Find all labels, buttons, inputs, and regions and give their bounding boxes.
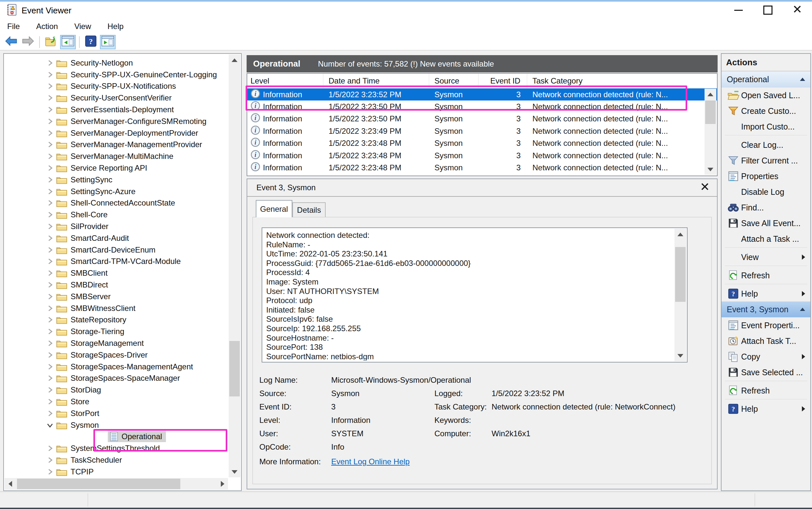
tree-item-storagespaces-spacemanager[interactable]: StorageSpaces-SpaceManager (4, 373, 228, 384)
chevron-right-icon[interactable] (46, 328, 56, 335)
message-scroll-up-icon[interactable] (675, 229, 686, 240)
list-scroll-up-icon[interactable] (705, 89, 716, 100)
tree-item-storagespaces-driver[interactable]: StorageSpaces-Driver (4, 349, 228, 361)
tree-item-smbclient[interactable]: SMBClient (4, 267, 228, 279)
action-refresh[interactable]: Refresh (721, 383, 810, 398)
export-log-button[interactable] (43, 35, 59, 49)
collapse-icon[interactable] (800, 78, 805, 81)
forward-arrow-button[interactable] (20, 35, 36, 49)
column-header-eventid[interactable]: Event ID (478, 74, 527, 88)
event-message-box[interactable]: Network connection detected:RuleName: -U… (262, 228, 688, 363)
tree-item-storage-tiering[interactable]: Storage-Tiering (4, 326, 228, 337)
tree-item-settingsync[interactable]: SettingSync (4, 174, 228, 185)
collapse-icon[interactable] (800, 308, 805, 311)
tree-hscrollbar-thumb[interactable] (17, 479, 180, 489)
event-row[interactable]: iInformation1/5/2022 3:23:49 PMSysmon3Ne… (247, 125, 717, 137)
chevron-right-icon[interactable] (46, 130, 56, 137)
toggle-action-pane-button[interactable] (100, 35, 116, 49)
tree-item-serveressentials-deployment[interactable]: ServerEssentials-Deployment (4, 104, 228, 115)
event-row[interactable]: iInformation1/5/2022 3:23:48 PMSysmon3Ne… (247, 149, 717, 162)
column-header-source[interactable]: Source (429, 74, 478, 88)
menu-view[interactable]: View (74, 22, 91, 31)
tree-scroll-right-icon[interactable] (217, 478, 228, 490)
tab-general[interactable]: General (256, 200, 292, 217)
chevron-right-icon[interactable] (46, 82, 56, 90)
chevron-right-icon[interactable] (46, 176, 56, 183)
chevron-right-icon[interactable] (46, 305, 56, 312)
toggle-console-tree-button[interactable] (60, 35, 76, 49)
tree-item-settingsync-azure[interactable]: SettingSync-Azure (4, 185, 228, 197)
tree-item-stordiag[interactable]: StorDiag (4, 384, 228, 396)
action-save-selected-[interactable]: Save Selected ... (721, 365, 810, 380)
chevron-right-icon[interactable] (46, 246, 56, 253)
event-row[interactable]: iInformation1/5/2022 3:23:50 PMSysmon3Ne… (247, 113, 717, 125)
action-open-saved-l-[interactable]: Open Saved L... (721, 88, 810, 103)
action-find-[interactable]: Find... (721, 200, 810, 215)
action-attach-a-task-[interactable]: Attach a Task ... (721, 231, 810, 247)
tree-item-security-userconsentverifier[interactable]: Security-UserConsentVerifier (4, 92, 228, 104)
tree-item-smbdirect[interactable]: SMBDirect (4, 279, 228, 291)
chevron-right-icon[interactable] (46, 141, 56, 148)
chevron-right-icon[interactable] (46, 398, 56, 405)
tree-item-sysmon[interactable]: Sysmon (4, 419, 228, 431)
menu-help[interactable]: Help (107, 22, 123, 31)
chevron-right-icon[interactable] (46, 363, 56, 370)
close-button[interactable] (783, 2, 812, 19)
chevron-right-icon[interactable] (46, 293, 56, 300)
column-header-date[interactable]: Date and Time (323, 74, 429, 88)
tree-scrollbar-thumb[interactable] (229, 341, 240, 397)
action-properties[interactable]: Properties (721, 168, 810, 184)
tree-item-smbserver[interactable]: SMBServer (4, 291, 228, 302)
chevron-right-icon[interactable] (46, 211, 56, 218)
chevron-right-icon[interactable] (46, 153, 56, 160)
chevron-right-icon[interactable] (46, 281, 56, 289)
tree-horizontal-scrollbar[interactable] (5, 478, 228, 490)
action-refresh[interactable]: Refresh (721, 268, 810, 283)
message-scrollbar[interactable] (675, 229, 686, 361)
chevron-right-icon[interactable] (46, 59, 56, 67)
chevron-right-icon[interactable] (46, 164, 56, 172)
tree-item-smartcard-audit[interactable]: SmartCard-Audit (4, 232, 228, 244)
actions-section-header[interactable]: Operational (721, 71, 810, 88)
maximize-button[interactable] (753, 2, 783, 19)
column-header-taskcategory[interactable]: Task Category (527, 74, 705, 88)
chevron-right-icon[interactable] (46, 456, 56, 464)
tree-item-taskscheduler[interactable]: TaskScheduler (4, 454, 228, 466)
chevron-down-icon[interactable] (46, 421, 56, 429)
action-save-all-event-[interactable]: Save All Event... (721, 215, 810, 231)
menu-file[interactable]: File (7, 22, 20, 31)
chevron-right-icon[interactable] (46, 445, 56, 452)
chevron-right-icon[interactable] (46, 94, 56, 101)
chevron-right-icon[interactable] (46, 386, 56, 394)
action-view[interactable]: View (721, 249, 810, 265)
tree-item-security-netlogon[interactable]: Security-Netlogon (4, 57, 228, 69)
chevron-right-icon[interactable] (46, 199, 56, 207)
action-disable-log[interactable]: Disable Log (721, 184, 810, 200)
event-row[interactable]: iInformation1/5/2022 3:23:52 PMSysmon3Ne… (247, 89, 717, 101)
chevron-right-icon[interactable] (46, 106, 56, 113)
tree-item-staterepository[interactable]: StateRepository (4, 314, 228, 326)
event-row[interactable]: iInformation1/5/2022 3:23:50 PMSysmon3Ne… (247, 101, 717, 112)
help-button[interactable]: ? (83, 35, 99, 49)
tab-details[interactable]: Details (292, 202, 326, 217)
chevron-right-icon[interactable] (46, 340, 56, 347)
tree-item-storagespaces-managementagent[interactable]: StorageSpaces-ManagementAgent (4, 361, 228, 373)
action-help[interactable]: ?Help (721, 286, 810, 302)
tree-item-servermanager-multimachine[interactable]: ServerManager-MultiMachine (4, 150, 228, 162)
tree-item-systemsettingsthreshold[interactable]: SystemSettingsThreshold (4, 442, 228, 454)
tree-item-servermanager-configuresmremoting[interactable]: ServerManager-ConfigureSMRemoting (4, 115, 228, 127)
action-filter-current-[interactable]: Filter Current ... (721, 153, 810, 168)
tree-item-servermanager-deploymentprovider[interactable]: ServerManager-DeploymentProvider (4, 127, 228, 139)
tree-item-storagemanagement[interactable]: StorageManagement (4, 337, 228, 349)
message-scrollbar-thumb[interactable] (675, 247, 686, 302)
column-header-level[interactable]: Level (247, 74, 323, 88)
action-create-custo-[interactable]: Create Custo... (721, 103, 810, 119)
tree-item-security-spp-ux-notifications[interactable]: Security-SPP-UX-Notifications (4, 80, 228, 92)
event-row[interactable]: iInformation1/5/2022 3:23:48 PMSysmon3Ne… (247, 137, 717, 149)
chevron-right-icon[interactable] (46, 375, 56, 382)
tree-scroll-left-icon[interactable] (5, 478, 16, 490)
chevron-right-icon[interactable] (46, 71, 56, 78)
tree-item-smartcard-tpm-vcard-module[interactable]: SmartCard-TPM-VCard-Module (4, 256, 228, 268)
tree-item-shell-core[interactable]: Shell-Core (4, 209, 228, 220)
tree-vertical-scrollbar[interactable] (229, 55, 240, 477)
